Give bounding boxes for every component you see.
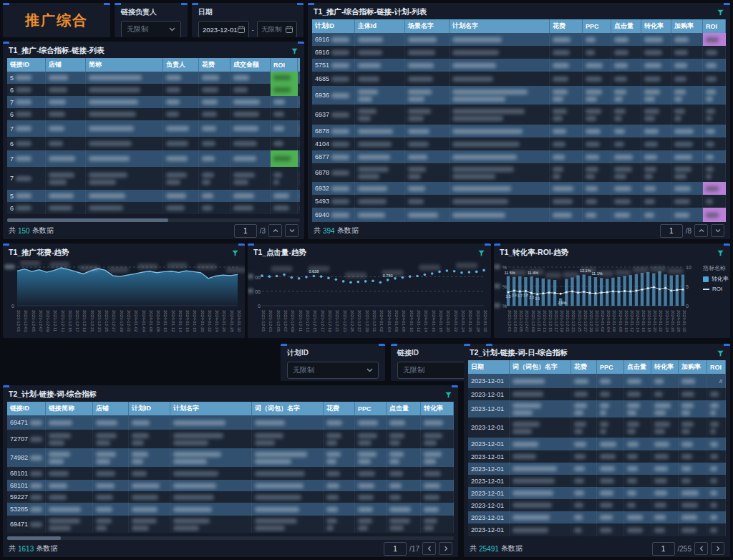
table-row[interactable]: 69471 — [7, 516, 454, 533]
blurred-data — [389, 452, 404, 457]
svg-text:2024-01-14: 2024-01-14 — [178, 310, 183, 332]
table-row[interactable]: 5 — [7, 190, 300, 202]
scrollbar-thumb[interactable] — [7, 218, 168, 222]
table-row[interactable]: 2023-12-01 — [468, 475, 726, 487]
horizontal-scrollbar[interactable] — [7, 536, 454, 540]
page-input[interactable] — [384, 542, 407, 556]
table-row[interactable]: 6 — [7, 202, 300, 214]
chart-svg[interactable]: 2023-12-012023-12-032023-12-052023-12-07… — [494, 260, 730, 337]
table-row[interactable]: 2023-12-01 — [468, 499, 726, 511]
table-row[interactable]: 2023-12-01 — [468, 400, 726, 417]
svg-text:0: 0 — [258, 304, 261, 309]
blurred-data — [710, 410, 716, 415]
table-row[interactable]: 2023-12-01 — [468, 438, 726, 450]
table-row[interactable]: 68101 — [7, 467, 454, 480]
table-row[interactable]: 5 — [7, 72, 300, 84]
table-row[interactable]: 2023-12-01 — [468, 487, 726, 499]
t2-daily-table[interactable]: 日期词（词包）名字花费PPC点击量转化率加购率ROI2023-12-01//20… — [464, 360, 730, 536]
blurred-data — [49, 526, 71, 531]
page-prev-button[interactable] — [422, 542, 436, 555]
table-row[interactable]: 2023-12-01 — [468, 417, 726, 438]
table-row[interactable]: 6 — [7, 84, 300, 96]
filter-funnel-icon[interactable] — [717, 349, 724, 357]
filter-funnel-icon[interactable] — [717, 249, 724, 257]
blurred-data — [358, 116, 371, 121]
svg-text:2023-12-19: 2023-12-19 — [560, 310, 564, 332]
table-row[interactable]: 6877 — [312, 150, 726, 163]
filter-funnel-icon[interactable] — [231, 249, 239, 257]
table-row[interactable]: 2023-12-01 — [468, 523, 726, 536]
horizontal-scrollbar[interactable] — [7, 218, 300, 222]
table-row[interactable]: 6936 — [312, 86, 726, 105]
blurred-data — [389, 518, 410, 523]
table-row[interactable]: 4685 — [312, 72, 726, 86]
page-down-button[interactable] — [711, 224, 724, 237]
table-row[interactable]: 7 — [7, 120, 300, 137]
table-row[interactable]: 74982 — [7, 448, 454, 467]
page-up-button[interactable] — [268, 224, 282, 237]
blurred-data — [513, 454, 536, 459]
filter-funnel-icon[interactable] — [717, 9, 724, 16]
filter-funnel-icon[interactable] — [291, 47, 298, 55]
t1-link-table[interactable]: 链接ID店铺简称负责人花费成交金额ROI5676767756 — [3, 58, 304, 214]
blurred-data — [408, 167, 426, 172]
cvr-roi-trend-chart[interactable]: 2023-12-012023-12-032023-12-052023-12-07… — [494, 260, 730, 337]
spend-trend-chart[interactable]: 2023-12-012023-12-032023-12-052023-12-07… — [3, 260, 245, 337]
table-cell — [550, 208, 583, 222]
date-end-input[interactable]: 无限制 — [257, 21, 297, 37]
table-row[interactable]: 6 — [7, 137, 300, 150]
page-next-button[interactable] — [439, 542, 452, 555]
page-down-button[interactable] — [285, 224, 298, 237]
table-row[interactable]: 6 — [7, 108, 300, 120]
date-start-input[interactable]: 2023-12-01 — [198, 21, 249, 37]
blurred-data — [326, 420, 342, 425]
table-row[interactable]: 4104 — [312, 137, 726, 150]
table-row[interactable]: 7 — [7, 167, 300, 190]
table-row[interactable]: 6878 — [312, 125, 726, 137]
plan-filter-select[interactable]: 无限制 — [287, 362, 379, 379]
table-row[interactable]: 6916 — [312, 46, 726, 59]
page-next-button[interactable] — [711, 542, 724, 555]
table-row[interactable]: 6916 — [312, 33, 726, 46]
page-up-button[interactable] — [694, 224, 708, 237]
page-input[interactable] — [234, 224, 257, 238]
table-row[interactable]: 2023-12-01 — [468, 463, 726, 475]
chart-svg[interactable]: 2023-12-012023-12-032023-12-052023-12-07… — [248, 260, 491, 337]
filter-funnel-icon[interactable] — [445, 391, 452, 399]
table-row[interactable]: 72707 — [7, 430, 454, 448]
table-row[interactable]: 7 — [7, 150, 300, 167]
table-row[interactable]: 69471 — [7, 415, 454, 430]
page-input[interactable] — [660, 224, 683, 238]
page-prev-button[interactable] — [694, 542, 708, 555]
table-cell — [510, 388, 571, 400]
table-row[interactable]: 6932 — [312, 182, 726, 195]
table-row[interactable]: 53285 — [7, 503, 454, 516]
blurred-data — [654, 392, 663, 397]
table-row[interactable]: 5493 — [312, 195, 726, 208]
svg-text:2023-12-31: 2023-12-31 — [127, 310, 131, 332]
t1-plan-table[interactable]: 计划ID主体Id场景名字计划名字花费PPC点击量转化率加购率ROI6916691… — [308, 19, 730, 222]
scrollbar-thumb[interactable] — [7, 536, 61, 540]
table-row[interactable]: 7 — [7, 96, 300, 108]
table-row[interactable]: 6940 — [312, 208, 726, 222]
table-row[interactable]: 68101 — [7, 480, 454, 491]
table-row[interactable]: 6937 — [312, 105, 726, 125]
t2-word-table[interactable]: 链接ID链接简称店铺计划ID计划名字词（词包）名字花费PPC点击量转化率6947… — [3, 402, 458, 533]
svg-text:%: % — [503, 304, 507, 309]
table-row[interactable]: 2023-12-01 — [468, 511, 726, 523]
filter-funnel-icon[interactable] — [477, 249, 485, 257]
owner-filter-select[interactable]: 无限制 — [121, 21, 181, 37]
table-row[interactable]: 6878 — [312, 163, 726, 182]
table-row[interactable]: 2023-12-01// — [468, 374, 726, 388]
table-row[interactable]: 2023-12-01 — [468, 388, 726, 400]
legend-item[interactable]: ROI — [703, 286, 729, 292]
clicks-trend-chart[interactable]: 2023-12-012023-12-032023-12-052023-12-07… — [248, 260, 491, 337]
page-input[interactable] — [652, 542, 675, 556]
blurred-data — [614, 142, 624, 147]
svg-text:2024-01-18: 2024-01-18 — [439, 310, 443, 332]
chart-svg[interactable]: 2023-12-012023-12-032023-12-052023-12-07… — [3, 260, 245, 337]
table-row[interactable]: 5751 — [312, 59, 726, 72]
table-row[interactable]: 59227 — [7, 491, 454, 503]
legend-item[interactable]: 转化率 — [703, 275, 729, 283]
table-row[interactable]: 2023-12-01 — [468, 450, 726, 463]
